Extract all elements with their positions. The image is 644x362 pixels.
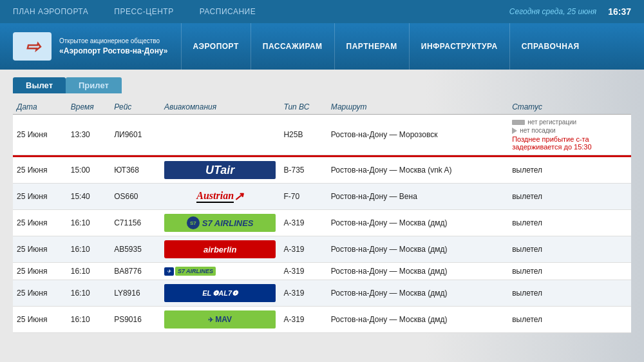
cell-time: 16:10 (67, 210, 110, 236)
top-nav-airport-plan[interactable]: ПЛАН АЭРОПОРТА (13, 7, 88, 16)
austrian-swoosh: ↗ (234, 189, 243, 204)
cell-time: 15:40 (67, 184, 110, 210)
logo-arrow-icon: ⇨ (25, 36, 40, 57)
main-header: ⇨ Открытое акционерное общество «Аэропор… (0, 23, 644, 70)
cell-flight: ЮТ368 (110, 157, 160, 184)
airberlin-logo: airberlin (164, 240, 276, 258)
cell-date: 25 Июня (13, 307, 67, 333)
table-row: 25 Июня 16:10 С71156 S7 S7 AIRLINES A-31… (13, 210, 631, 236)
col-aircraft: Тип ВС (279, 100, 327, 115)
top-navigation: ПЛАН АЭРОПОРТА ПРЕСС-ЦЕНТР РАСПИСАНИЕ Се… (0, 0, 644, 23)
bar-icon (512, 120, 525, 125)
cell-route: Ростов-на-Дону — Москва (дмд) (327, 280, 508, 307)
cell-flight: PS9016 (110, 307, 160, 333)
cell-airline: S7 S7 AIRLINES (160, 210, 280, 236)
s7-logo: S7 S7 AIRLINES (164, 214, 276, 232)
cell-status: вылетел (508, 236, 631, 263)
cell-flight: С71156 (110, 210, 160, 236)
cell-time: 16:10 (67, 280, 110, 307)
ba-logo: ✈ (164, 267, 174, 276)
cell-status: вылетел (508, 307, 631, 333)
col-date: Дата (13, 100, 67, 115)
top-nav-links: ПЛАН АЭРОПОРТА ПРЕСС-ЦЕНТР РАСПИСАНИЕ (13, 7, 256, 16)
mav-logo: ✈ MAV (164, 310, 276, 329)
top-nav-press[interactable]: ПРЕСС-ЦЕНТР (114, 7, 173, 16)
nav-airport[interactable]: АЭРОПОРТ (181, 23, 251, 70)
content-area: Вылет Прилет Дата Время Рейс Авиакомпани… (0, 70, 644, 362)
status-late-text: Позднее прибытие с-та задерживается до 1… (512, 135, 627, 151)
col-route: Маршрут (327, 100, 508, 115)
table-row: 25 Июня 16:10 BA8776 ✈ S7 AIRLINES A-319… (13, 263, 631, 280)
cell-time: 16:10 (67, 236, 110, 263)
cell-aircraft: A-319 (279, 263, 327, 280)
table-row: 25 Июня 13:30 ЛИ9601 H25B Ростов-на-Дону… (13, 115, 631, 155)
table-header: Дата Время Рейс Авиакомпания Тип ВС Марш… (13, 100, 631, 115)
cell-flight: ЛИ9601 (110, 115, 160, 155)
cell-route: Ростов-на-Дону — Москва (дмд) (327, 210, 508, 236)
utair-logo: UTair (164, 161, 276, 179)
mav-text: MAV (215, 315, 232, 324)
late-line2: задерживается до 15:30 (512, 143, 627, 151)
cell-status: вылетел (508, 210, 631, 236)
table-row: 25 Июня 15:40 OS660 Austrian ↗ F-70 Рост… (13, 184, 631, 210)
cell-route: Ростов-на-Дону — Вена (327, 184, 508, 210)
austrian-text: Austrian (196, 190, 234, 203)
status-text-2: нет посадки (520, 127, 555, 134)
play-icon (512, 128, 517, 134)
cell-flight: LY8916 (110, 280, 160, 307)
flight-table: Дата Время Рейс Авиакомпания Тип ВС Марш… (13, 100, 631, 333)
status-text-1: нет регистрации (527, 119, 576, 126)
cell-date: 25 Июня (13, 263, 67, 280)
logo-text: Открытое акционерное общество «Аэропорт … (59, 37, 168, 57)
cell-date: 25 Июня (13, 115, 67, 155)
logo-line1: Открытое акционерное общество (59, 37, 168, 46)
cell-status: вылетел (508, 280, 631, 307)
tab-departure[interactable]: Вылет (13, 77, 66, 93)
late-line1: Позднее прибытие с-та (512, 135, 627, 143)
table-row: 25 Июня 16:10 LY8916 EL ❁AL7❁ A-319 Рост… (13, 280, 631, 307)
col-airline: Авиакомпания (160, 100, 280, 115)
cell-route: Ростов-на-Дону — Москва (vnk A) (327, 157, 508, 184)
nav-reference[interactable]: СПРАВОЧНАЯ (509, 23, 591, 70)
cell-airline: UTair (160, 157, 280, 184)
cell-status: вылетел (508, 157, 631, 184)
tab-arrival[interactable]: Прилет (66, 77, 122, 93)
s7-airlines-text: S7 AIRLINES (202, 218, 254, 228)
top-nav-schedule[interactable]: РАСПИСАНИЕ (200, 7, 256, 16)
nav-partners[interactable]: ПАРТНЕРАМ (334, 23, 409, 70)
logo-area: ⇨ Открытое акционерное общество «Аэропор… (0, 32, 181, 61)
cell-status: вылетел (508, 184, 631, 210)
cell-time: 13:30 (67, 115, 110, 155)
table-row: 25 Июня 16:10 PS9016 ✈ MAV A-319 Ростов-… (13, 307, 631, 333)
cell-date: 25 Июня (13, 210, 67, 236)
nav-passengers[interactable]: ПАССАЖИРАМ (251, 23, 334, 70)
status-icons: нет регистрации нет посадки (512, 119, 627, 134)
cell-airline: airberlin (160, 236, 280, 263)
col-status: Статус (508, 100, 631, 115)
status-row-2: нет посадки (512, 127, 627, 134)
mav-icon: ✈ (208, 316, 213, 323)
cell-route: Ростов-на-Дону — Москва (дмд) (327, 263, 508, 280)
flight-table-body: 25 Июня 13:30 ЛИ9601 H25B Ростов-на-Дону… (13, 115, 631, 333)
cell-time: 16:10 (67, 263, 110, 280)
cell-date: 25 Июня (13, 184, 67, 210)
top-nav-date: Сегодня среда, 25 июня (509, 7, 596, 16)
cell-flight: BA8776 (110, 263, 160, 280)
cell-date: 25 Июня (13, 236, 67, 263)
nav-infrastructure[interactable]: ИНФРАСТРУКТУРА (409, 23, 509, 70)
cell-route: Ростов-на-Дону — Москва (дмд) (327, 307, 508, 333)
top-nav-time: 16:37 (608, 6, 631, 17)
main-navigation: АЭРОПОРТ ПАССАЖИРАМ ПАРТНЕРАМ ИНФРАСТРУК… (181, 23, 644, 70)
cell-aircraft: F-70 (279, 184, 327, 210)
cell-airline: ✈ MAV (160, 307, 280, 333)
table-row: 25 Июня 15:00 ЮТ368 UTair B-735 Ростов-н… (13, 157, 631, 184)
cell-aircraft: A-319 (279, 307, 327, 333)
cell-status: нет регистрации нет посадки Позднее приб… (508, 115, 631, 155)
cell-airline: EL ❁AL7❁ (160, 280, 280, 307)
cell-aircraft: B-735 (279, 157, 327, 184)
cell-aircraft: H25B (279, 115, 327, 155)
logo-line2: «Аэропорт Ростов-на-Дону» (59, 46, 168, 55)
cell-date: 25 Июня (13, 280, 67, 307)
table-row: 25 Июня 16:10 AB5935 airberlin A-319 Рос… (13, 236, 631, 263)
s7-circle: S7 (187, 216, 200, 229)
